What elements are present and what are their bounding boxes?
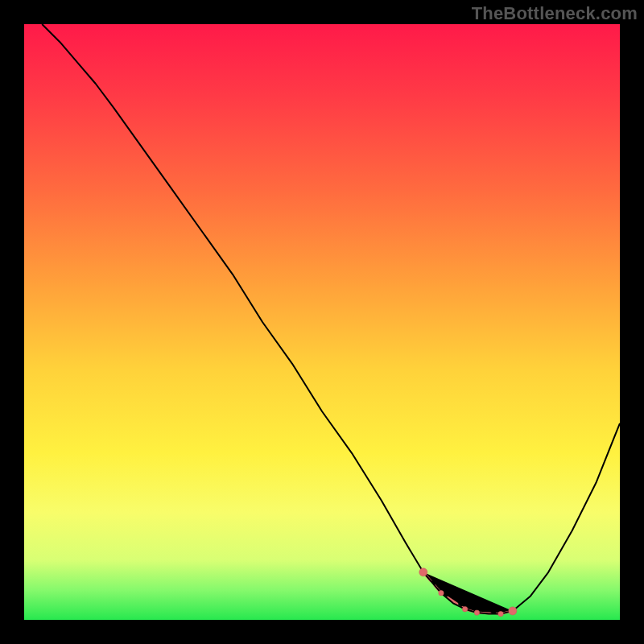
- trough-marker-dot: [509, 607, 517, 615]
- trough-marker-dot: [439, 591, 444, 596]
- trough-marker-dot: [474, 610, 479, 615]
- chart-frame: TheBottleneck.com: [0, 0, 644, 644]
- watermark-text: TheBottleneck.com: [472, 3, 638, 24]
- bottleneck-curve: [42, 24, 620, 614]
- trough-marker-dot: [462, 606, 467, 611]
- chart-svg: [24, 24, 620, 620]
- trough-marker-dot: [419, 568, 427, 576]
- plot-area: [24, 24, 620, 620]
- trough-marker-dot: [498, 611, 503, 616]
- trough-marker-line: [423, 572, 513, 614]
